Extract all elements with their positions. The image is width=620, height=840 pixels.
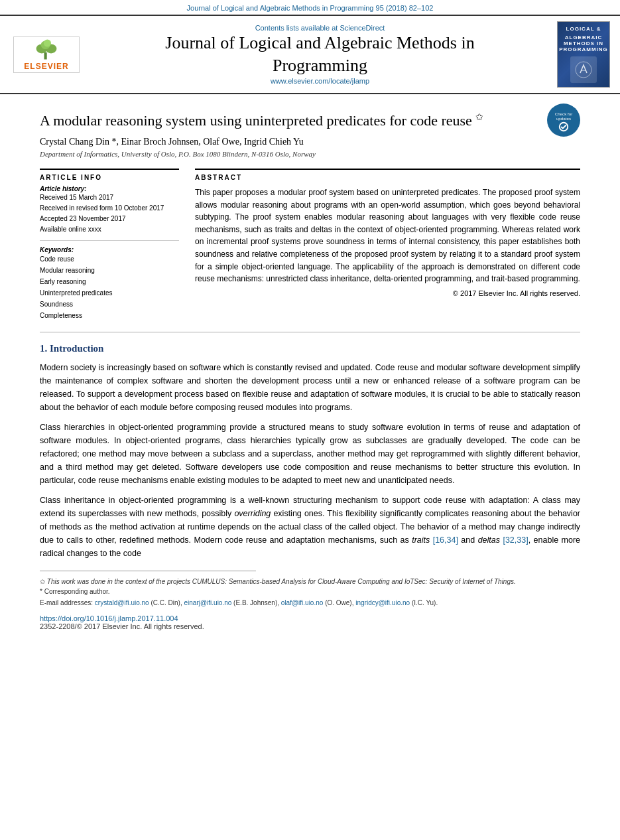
introduction-section: 1. Introduction Modern society is increa… — [40, 343, 580, 560]
abstract-col: ABSTRACT This paper proposes a modular p… — [195, 169, 580, 321]
email2-link[interactable]: einarj@ifi.uio.no — [184, 599, 231, 606]
available-date: Available online xxxx — [40, 224, 179, 235]
email4-link[interactable]: ingridcy@ifi.uio.no — [355, 599, 410, 606]
elsevier-tree-svg — [27, 38, 66, 62]
abstract-text: This paper proposes a modular proof syst… — [195, 186, 580, 285]
journal-header: ELSEVIER Contents lists available at Sci… — [0, 15, 620, 94]
sciencedirect-link[interactable]: ScienceDirect — [340, 24, 385, 32]
abstract-title: ABSTRACT — [195, 174, 580, 181]
contents-available: Contents lists available at ScienceDirec… — [93, 24, 547, 32]
author2-label: (E.B. Johnsen), — [233, 599, 279, 606]
article-title: A modular reasoning system using uninter… — [40, 111, 580, 131]
intro-para1: Modern society is increasingly based on … — [40, 361, 580, 414]
ref-32-33[interactable]: [32,33] — [503, 535, 528, 545]
svg-point-4 — [44, 39, 51, 46]
history-label: Article history: — [40, 185, 179, 192]
keywords-label: Keywords: — [40, 246, 179, 253]
author1-label: (C.C. Din), — [151, 599, 182, 606]
journal-cover-area: LOGICAL & ALGEBRAIC METHODS IN PROGRAMMI… — [554, 21, 613, 88]
ref-16-34[interactable]: [16,34] — [433, 535, 458, 545]
accepted-date: Accepted 23 November 2017 — [40, 214, 179, 224]
journal-url[interactable]: www.elsevier.com/locate/jlamp — [93, 77, 547, 85]
article-info-col: ARTICLE INFO Article history: Received 1… — [40, 169, 179, 321]
keyword-6: Completeness — [40, 310, 179, 321]
svg-text:updates: updates — [556, 116, 571, 121]
fn1-text: This work was done in the context of the… — [47, 578, 516, 585]
received-date: Received 15 March 2017 — [40, 192, 179, 203]
section-divider-1 — [40, 332, 580, 332]
keyword-3: Early reasoning — [40, 276, 179, 287]
info-abstract-cols: ARTICLE INFO Article history: Received 1… — [40, 169, 580, 321]
keyword-2: Modular reasoning — [40, 265, 179, 276]
affiliation: Department of Informatics, University of… — [40, 150, 580, 158]
author4-label: (I.C. Yu). — [412, 599, 438, 606]
issn-line: 2352-2208/© 2017 Elsevier Inc. All right… — [40, 622, 580, 630]
deltas-text: deltas — [478, 535, 500, 545]
article-title-area: Check for updates A modular reasoning sy… — [40, 101, 580, 137]
traits-text: traits — [412, 535, 430, 545]
overriding-text: overriding — [234, 509, 271, 518]
header-center: Contents lists available at ScienceDirec… — [93, 24, 547, 85]
revised-date: Received in revised form 10 October 2017 — [40, 203, 179, 214]
authors-line: Crystal Chang Din *, Einar Broch Johnsen… — [40, 137, 580, 147]
keyword-4: Uninterpreted predicates — [40, 287, 179, 299]
copyright-line: © 2017 Elsevier Inc. All rights reserved… — [195, 289, 580, 297]
footnotes-area: ✩ This work was done in the context of t… — [40, 577, 580, 608]
footnote-2: * Corresponding author. — [40, 587, 580, 596]
author3-label: (O. Owe), — [325, 599, 353, 606]
elsevier-logo-area: ELSEVIER — [7, 36, 86, 73]
journal-ref: Journal of Logical and Algebraic Methods… — [187, 4, 434, 12]
intro-para3: Class inheritance in object-oriented pro… — [40, 494, 580, 560]
footnote-divider — [40, 571, 256, 571]
emails-line: E-mail addresses: crystald@ifi.uio.no (C… — [40, 598, 580, 608]
elsevier-wordmark: ELSEVIER — [24, 62, 68, 71]
article-info-title: ARTICLE INFO — [40, 174, 179, 181]
keyword-5: Soundness — [40, 299, 179, 310]
journal-cover-image: LOGICAL & ALGEBRAIC METHODS IN PROGRAMMI… — [557, 21, 610, 88]
title-star: ✩ — [475, 112, 483, 122]
info-divider — [40, 240, 179, 241]
footnote-1: ✩ This work was done in the context of t… — [40, 577, 580, 587]
doi-link[interactable]: https://doi.org/10.1016/j.jlamp.2017.11.… — [40, 614, 580, 622]
page-body: Check for updates A modular reasoning sy… — [0, 94, 620, 644]
elsevier-logo: ELSEVIER — [13, 36, 80, 73]
svg-rect-0 — [44, 52, 46, 60]
intro-para2: Class hierarchies in object-oriented pro… — [40, 421, 580, 487]
email3-link[interactable]: olaf@ifi.uio.no — [281, 599, 324, 606]
journal-title: Journal of Logical and Algebraic Methods… — [93, 32, 547, 77]
check-for-updates-badge: Check for updates — [547, 104, 580, 137]
top-bar: Journal of Logical and Algebraic Methods… — [0, 0, 620, 15]
keyword-1: Code reuse — [40, 253, 179, 265]
doi-area: https://doi.org/10.1016/j.jlamp.2017.11.… — [40, 614, 580, 630]
svg-text:Check for: Check for — [555, 111, 573, 116]
email1-link[interactable]: crystald@ifi.uio.no — [95, 599, 149, 606]
intro-heading: 1. Introduction — [40, 343, 580, 354]
fn2-text: Corresponding author. — [44, 588, 110, 595]
